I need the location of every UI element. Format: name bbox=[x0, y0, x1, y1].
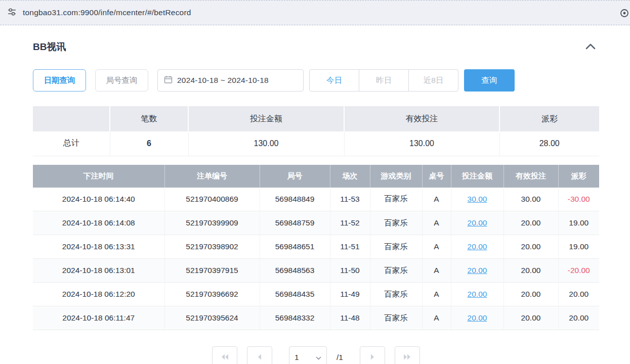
bet-record-panel: BB视讯 日期查询 局号查询 2024-10-18 ~ 2024-10-18 bbox=[0, 40, 630, 364]
total-pages-label: /1 bbox=[337, 346, 343, 364]
cell-bet-number: 521970395624 bbox=[164, 306, 260, 330]
date-query-tab[interactable]: 日期查询 bbox=[33, 69, 86, 92]
cell-valid-bet: 20.00 bbox=[503, 306, 558, 330]
filter-toolbar: 日期查询 局号查询 2024-10-18 ~ 2024-10-18 今日 昨日 … bbox=[33, 69, 599, 92]
summary-valid-bet-value: 130.00 bbox=[344, 131, 499, 156]
cell-game-type: 百家乐 bbox=[370, 306, 422, 330]
summary-total-row: 总计 6 130.00 130.00 28.00 bbox=[33, 131, 599, 156]
bet-record-table: 下注时间 注单编号 局号 场次 游戏类别 桌号 投注金额 有效投注 派彩 202… bbox=[33, 165, 599, 331]
cell-payout: -30.00 bbox=[558, 188, 599, 211]
header-bet-amount: 投注金额 bbox=[451, 165, 503, 188]
table-row: 2024-10-18 06:14:40 521970400869 5698488… bbox=[33, 188, 599, 211]
cell-bet-number: 521970398902 bbox=[164, 235, 260, 259]
date-range-value: 2024-10-18 ~ 2024-10-18 bbox=[177, 76, 269, 85]
cell-session: 11-52 bbox=[330, 211, 370, 235]
cell-table-number: A bbox=[422, 211, 451, 235]
previous-page-button[interactable] bbox=[247, 346, 272, 364]
last-8-days-button[interactable]: 近8日 bbox=[408, 69, 458, 92]
search-button[interactable]: 查询 bbox=[464, 69, 515, 92]
header-payout: 派彩 bbox=[558, 165, 599, 188]
header-session: 场次 bbox=[330, 165, 370, 188]
yesterday-button[interactable]: 昨日 bbox=[359, 69, 409, 92]
cell-bet-time: 2024-10-18 06:13:01 bbox=[33, 259, 164, 283]
bet-amount-link[interactable]: 20.00 bbox=[468, 290, 487, 298]
bet-amount-link[interactable]: 20.00 bbox=[468, 242, 487, 251]
cell-round-number: 569848759 bbox=[260, 211, 330, 235]
table-row: 2024-10-18 06:13:31 521970398902 5698486… bbox=[33, 235, 599, 259]
round-query-tab[interactable]: 局号查询 bbox=[95, 69, 148, 92]
summary-count-value: 6 bbox=[110, 131, 188, 156]
chevron-down-icon bbox=[316, 353, 321, 362]
header-valid-bet: 有效投注 bbox=[503, 165, 558, 188]
calendar-icon bbox=[164, 75, 173, 86]
header-table-number: 桌号 bbox=[422, 165, 451, 188]
cell-game-type: 百家乐 bbox=[370, 211, 422, 235]
table-row: 2024-10-18 06:12:20 521970396692 5698484… bbox=[33, 283, 599, 306]
bet-amount-link[interactable]: 20.00 bbox=[468, 218, 487, 227]
table-row: 2024-10-18 06:11:47 521970395624 5698483… bbox=[33, 306, 599, 330]
header-game-type: 游戏类别 bbox=[370, 165, 422, 188]
cell-bet-time: 2024-10-18 06:14:40 bbox=[33, 188, 164, 211]
page-select-value: 1 bbox=[295, 353, 299, 362]
cell-payout: -20.00 bbox=[558, 259, 599, 283]
cell-round-number: 569848651 bbox=[260, 235, 330, 259]
cell-bet-number: 521970397915 bbox=[164, 259, 260, 283]
cell-payout: 20.00 bbox=[558, 306, 599, 330]
cell-round-number: 569848332 bbox=[260, 306, 330, 330]
site-permissions-icon[interactable] bbox=[7, 7, 17, 19]
chevron-left-icon bbox=[256, 353, 264, 362]
first-page-button[interactable] bbox=[212, 346, 237, 364]
page-title: BB视讯 bbox=[33, 40, 66, 54]
last-page-button[interactable] bbox=[395, 346, 420, 364]
cell-bet-amount: 20.00 bbox=[451, 259, 503, 283]
chevron-right-icon bbox=[368, 353, 376, 362]
pagination: 1 /1 bbox=[33, 346, 599, 364]
cell-game-type: 百家乐 bbox=[370, 188, 422, 211]
cell-round-number: 569848849 bbox=[260, 188, 330, 211]
bet-amount-link[interactable]: 30.00 bbox=[468, 195, 487, 203]
today-button[interactable]: 今日 bbox=[309, 69, 359, 92]
page-select[interactable]: 1 bbox=[289, 346, 327, 364]
quick-date-button-group: 今日 昨日 近8日 bbox=[309, 69, 458, 92]
url-text[interactable]: tongbao31.com:9900/infe/mcenter/#/betRec… bbox=[23, 8, 191, 17]
summary-header-payout: 派彩 bbox=[499, 106, 599, 131]
cell-session: 11-48 bbox=[330, 306, 370, 330]
cell-bet-number: 521970399909 bbox=[164, 211, 260, 235]
cell-payout: 19.00 bbox=[558, 211, 599, 235]
table-row: 2024-10-18 06:13:01 521970397915 5698485… bbox=[33, 259, 599, 283]
summary-header-count: 笔数 bbox=[110, 106, 188, 131]
double-chevron-right-icon bbox=[403, 353, 411, 362]
cell-game-type: 百家乐 bbox=[370, 283, 422, 306]
cell-bet-amount: 20.00 bbox=[451, 306, 503, 330]
cell-valid-bet: 20.00 bbox=[503, 283, 558, 306]
cell-bet-time: 2024-10-18 06:11:47 bbox=[33, 306, 164, 330]
browser-address-bar: tongbao31.com:9900/infe/mcenter/#/betRec… bbox=[0, 0, 630, 25]
collapse-panel-button[interactable] bbox=[582, 42, 599, 53]
cell-bet-amount: 20.00 bbox=[451, 211, 503, 235]
cell-table-number: A bbox=[422, 306, 451, 330]
date-range-picker[interactable]: 2024-10-18 ~ 2024-10-18 bbox=[157, 69, 304, 92]
cell-round-number: 569848435 bbox=[260, 283, 330, 306]
bet-amount-link[interactable]: 20.00 bbox=[468, 313, 487, 322]
summary-total-label: 总计 bbox=[33, 131, 110, 156]
cell-bet-amount: 20.00 bbox=[451, 283, 503, 306]
cell-table-number: A bbox=[422, 188, 451, 211]
cell-session: 11-49 bbox=[330, 283, 370, 306]
cell-bet-time: 2024-10-18 06:14:08 bbox=[33, 211, 164, 235]
cell-payout: 19.00 bbox=[558, 235, 599, 259]
cell-valid-bet: 20.00 bbox=[503, 235, 558, 259]
bet-amount-link[interactable]: 20.00 bbox=[468, 266, 487, 275]
cell-session: 11-50 bbox=[330, 259, 370, 283]
cell-bet-time: 2024-10-18 06:12:20 bbox=[33, 283, 164, 306]
cell-payout: 20.00 bbox=[558, 283, 599, 306]
cell-game-type: 百家乐 bbox=[370, 235, 422, 259]
double-chevron-left-icon bbox=[221, 353, 229, 362]
cell-session: 11-51 bbox=[330, 235, 370, 259]
summary-header-bet-amount: 投注金额 bbox=[188, 106, 344, 131]
cell-bet-amount: 30.00 bbox=[451, 188, 503, 211]
next-page-button[interactable] bbox=[360, 346, 385, 364]
summary-bet-amount-value: 130.00 bbox=[188, 131, 344, 156]
cell-valid-bet: 30.00 bbox=[503, 188, 558, 211]
browser-extension-icon[interactable] bbox=[620, 9, 629, 20]
header-bet-time: 下注时间 bbox=[33, 165, 164, 188]
